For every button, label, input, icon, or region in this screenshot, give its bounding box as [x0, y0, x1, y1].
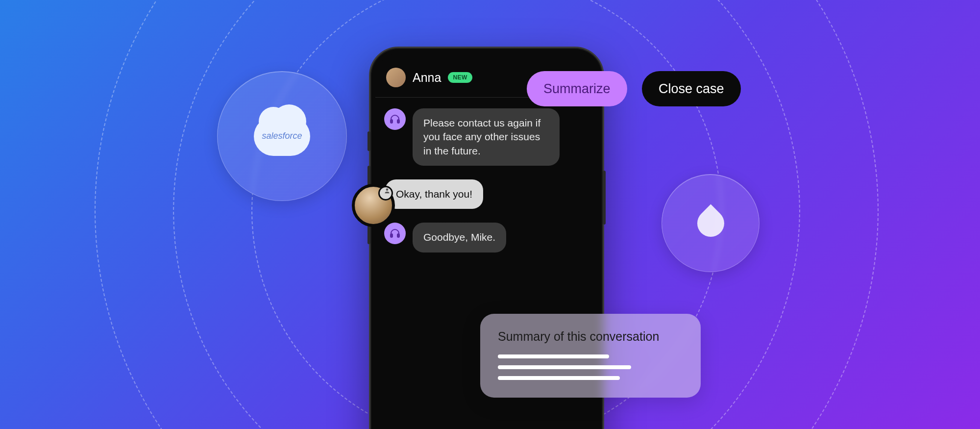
salesforce-logo: salesforce	[254, 117, 310, 156]
contact-avatar	[386, 68, 406, 87]
message-bubble: Goodbye, Mike.	[413, 223, 506, 252]
svg-rect-0	[391, 120, 392, 123]
phone-side-button	[603, 171, 606, 225]
message-agent: Please contact us again if you face any …	[384, 108, 589, 166]
phone-side-button	[368, 131, 370, 151]
summary-line-placeholder	[498, 365, 631, 369]
leaf-icon	[691, 204, 730, 242]
chat-body: Please contact us again if you face any …	[375, 98, 598, 263]
summary-card: Summary of this conversation	[480, 314, 701, 398]
summary-title: Summary of this conversation	[498, 329, 683, 344]
headset-icon	[389, 113, 401, 125]
hero-illustration: salesforce Summarize Close case Anna NEW	[0, 0, 980, 429]
close-case-button[interactable]: Close case	[642, 71, 741, 106]
salesforce-label: salesforce	[262, 131, 302, 141]
integration-salesforce: salesforce	[217, 71, 347, 201]
svg-rect-2	[391, 234, 392, 237]
summarize-label: Summarize	[543, 81, 611, 97]
contact-name: Anna	[413, 71, 441, 85]
summary-line-placeholder	[498, 376, 620, 380]
user-avatar-large	[352, 184, 395, 227]
agent-avatar	[384, 223, 406, 244]
summary-line-placeholder	[498, 354, 609, 358]
summarize-button[interactable]: Summarize	[527, 71, 627, 106]
close-case-label: Close case	[659, 81, 724, 97]
agent-avatar	[384, 108, 406, 130]
message-user: Okay, thank you!	[375, 179, 589, 209]
svg-point-4	[386, 188, 389, 191]
svg-rect-3	[397, 234, 399, 237]
svg-rect-1	[397, 120, 399, 123]
headset-icon	[389, 227, 401, 239]
message-bubble: Okay, thank you!	[385, 179, 483, 209]
person-icon	[384, 187, 391, 194]
integration-secondary	[662, 174, 760, 272]
message-agent: Goodbye, Mike.	[384, 223, 589, 252]
message-bubble: Please contact us again if you face any …	[413, 108, 560, 166]
status-badge: NEW	[448, 72, 472, 83]
